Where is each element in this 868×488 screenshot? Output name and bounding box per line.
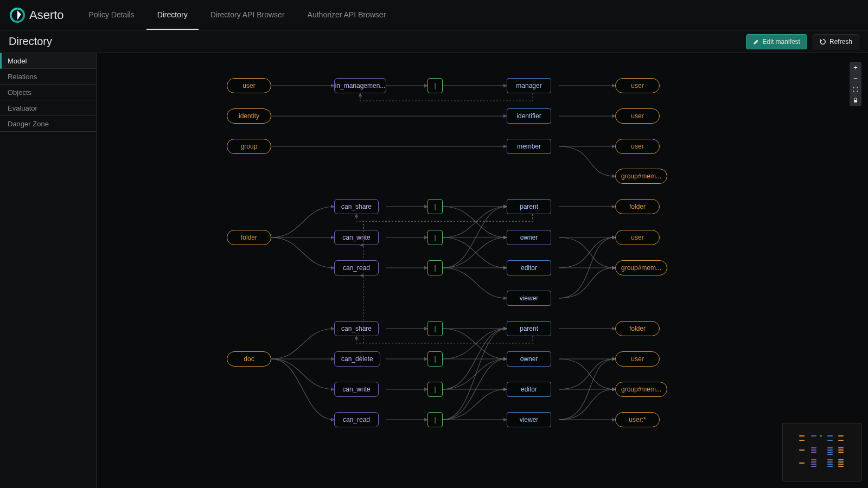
node-in-management-perm[interactable]: in_managemen... xyxy=(334,78,386,93)
node-doc-can-read[interactable]: can_read xyxy=(334,412,379,427)
node-folder-subject-2[interactable]: folder xyxy=(615,321,660,336)
brand-text: Aserto xyxy=(29,8,64,22)
node-doc-can-delete[interactable]: can_delete xyxy=(334,351,380,367)
node-user-subject-5[interactable]: user xyxy=(615,351,660,367)
page-header: Directory Edit manifest Refresh xyxy=(0,30,868,53)
tab-policy-details[interactable]: Policy Details xyxy=(78,0,145,30)
node-user-object[interactable]: user xyxy=(227,78,271,93)
node-folder-viewer[interactable]: viewer xyxy=(507,291,551,306)
expand-icon xyxy=(853,87,858,92)
edit-manifest-button[interactable]: Edit manifest xyxy=(746,34,807,49)
node-or-op-5[interactable]: | xyxy=(427,321,443,336)
refresh-label: Refresh xyxy=(829,38,852,46)
node-folder-editor[interactable]: editor xyxy=(507,260,551,275)
node-folder-owner[interactable]: owner xyxy=(507,230,551,245)
node-doc-editor[interactable]: editor xyxy=(507,382,551,397)
tab-authorizer-api[interactable]: Authorizer API Browser xyxy=(297,0,397,30)
top-nav: Aserto Policy Details Directory Director… xyxy=(0,0,868,30)
node-group-member-subject-2[interactable]: group#mem... xyxy=(615,260,667,275)
edit-manifest-label: Edit manifest xyxy=(763,38,800,46)
node-identity-object[interactable]: identity xyxy=(227,108,271,124)
zoom-controls: + − xyxy=(850,62,861,106)
node-doc-can-write[interactable]: can_write xyxy=(334,382,379,397)
node-folder-can-read[interactable]: can_read xyxy=(334,260,379,275)
logo-icon xyxy=(10,8,25,23)
node-folder-parent[interactable]: parent xyxy=(507,199,551,214)
sidebar-item-evaluator[interactable]: Evaluator xyxy=(0,100,96,116)
node-identifier-rel[interactable]: identifier xyxy=(507,108,551,124)
node-doc-object[interactable]: doc xyxy=(227,351,271,367)
page-title: Directory xyxy=(9,35,52,48)
sidebar: Model Relations Objects Evaluator Danger… xyxy=(0,53,97,488)
node-user-subject-2[interactable]: user xyxy=(615,108,660,124)
brand: Aserto xyxy=(10,8,64,23)
sidebar-item-relations[interactable]: Relations xyxy=(0,69,96,85)
node-folder-can-write[interactable]: can_write xyxy=(334,230,379,245)
node-doc-owner[interactable]: owner xyxy=(507,351,551,367)
node-group-member-subject-3[interactable]: group#mem... xyxy=(615,382,667,397)
node-group-member-subject-1[interactable]: group#mem... xyxy=(615,169,667,184)
header-actions: Edit manifest Refresh xyxy=(746,34,859,49)
sidebar-item-objects[interactable]: Objects xyxy=(0,85,96,100)
top-nav-tabs: Policy Details Directory Directory API B… xyxy=(78,0,397,30)
node-doc-viewer[interactable]: viewer xyxy=(507,412,551,427)
tab-directory-api[interactable]: Directory API Browser xyxy=(200,0,296,30)
refresh-icon xyxy=(820,38,826,45)
zoom-fit-button[interactable] xyxy=(850,84,861,95)
svg-rect-1 xyxy=(854,100,857,102)
edges-layer xyxy=(97,53,868,488)
graph-canvas[interactable]: user in_managemen... | manager user iden… xyxy=(97,53,868,488)
zoom-lock-button[interactable] xyxy=(850,95,861,106)
node-member-rel[interactable]: member xyxy=(507,139,551,154)
node-folder-can-share[interactable]: can_share xyxy=(334,199,379,214)
tab-directory[interactable]: Directory xyxy=(146,0,199,30)
node-or-op-1[interactable]: | xyxy=(427,78,443,93)
node-user-subject-4[interactable]: user xyxy=(615,230,660,245)
lock-icon xyxy=(853,98,858,103)
node-folder-object[interactable]: folder xyxy=(227,230,271,245)
node-group-object[interactable]: group xyxy=(227,139,271,154)
node-or-op-3[interactable]: | xyxy=(427,230,443,245)
zoom-in-button[interactable]: + xyxy=(850,62,861,73)
node-folder-subject-1[interactable]: folder xyxy=(615,199,660,214)
body: Model Relations Objects Evaluator Danger… xyxy=(0,53,868,488)
pencil-icon xyxy=(753,38,760,45)
node-doc-parent[interactable]: parent xyxy=(507,321,551,336)
node-user-star-subject[interactable]: user:* xyxy=(615,412,660,427)
node-or-op-4[interactable]: | xyxy=(427,260,443,275)
node-or-op-2[interactable]: | xyxy=(427,199,443,214)
node-or-op-7[interactable]: | xyxy=(427,382,443,397)
sidebar-item-danger-zone[interactable]: Danger Zone xyxy=(0,116,96,132)
node-or-op-6[interactable]: | xyxy=(427,351,443,367)
node-manager-rel[interactable]: manager xyxy=(507,78,551,93)
refresh-button[interactable]: Refresh xyxy=(813,34,859,49)
sidebar-item-model[interactable]: Model xyxy=(0,53,96,69)
zoom-out-button[interactable]: − xyxy=(850,73,861,84)
node-or-op-8[interactable]: | xyxy=(427,412,443,427)
minimap[interactable] xyxy=(782,423,861,481)
node-user-subject-1[interactable]: user xyxy=(615,78,660,93)
node-doc-can-share[interactable]: can_share xyxy=(334,321,379,336)
node-user-subject-3[interactable]: user xyxy=(615,139,660,154)
